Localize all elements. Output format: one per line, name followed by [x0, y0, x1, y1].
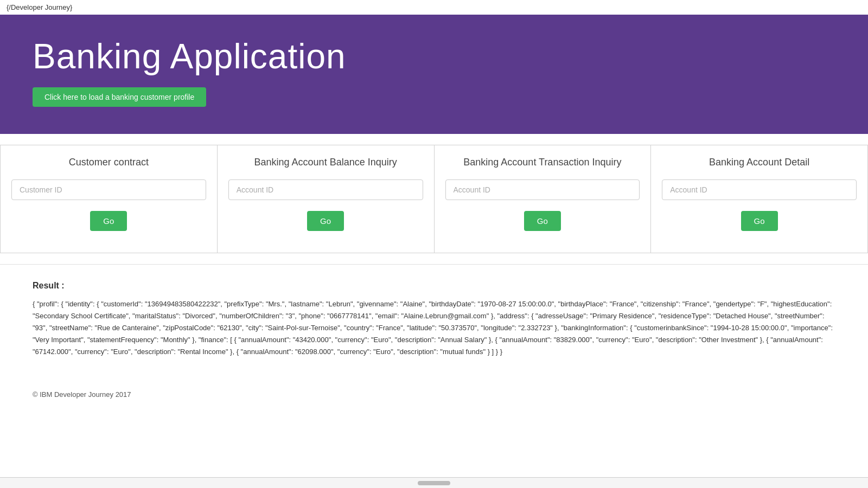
account-detail-card: Banking Account Detail Go [650, 145, 868, 253]
balance-inquiry-title: Banking Account Balance Inquiry [254, 156, 397, 169]
load-profile-button[interactable]: Click here to load a banking customer pr… [33, 87, 206, 107]
scrollbar[interactable] [0, 477, 868, 488]
copyright-text: © IBM Developer Journey 2017 [33, 390, 131, 399]
account-detail-title: Banking Account Detail [709, 156, 809, 169]
customer-id-input[interactable] [11, 179, 206, 200]
transaction-inquiry-title: Banking Account Transaction Inquiry [463, 156, 621, 169]
top-bar-label: {/Developer Journey} [7, 3, 72, 11]
result-label: Result : [33, 281, 835, 291]
transaction-inquiry-go-button[interactable]: Go [524, 211, 561, 231]
account-detail-go-button[interactable]: Go [741, 211, 778, 231]
transaction-account-id-input[interactable] [445, 179, 640, 200]
balance-inquiry-go-button[interactable]: Go [307, 211, 344, 231]
detail-account-id-input[interactable] [662, 179, 857, 200]
footer: © IBM Developer Journey 2017 [0, 374, 868, 409]
balance-account-id-input[interactable] [228, 179, 423, 200]
scrollbar-thumb[interactable] [418, 481, 450, 485]
hero-banner: Banking Application Click here to load a… [0, 15, 868, 134]
customer-contract-card: Customer contract Go [0, 145, 217, 253]
customer-contract-go-button[interactable]: Go [90, 211, 127, 231]
top-bar: {/Developer Journey} [0, 0, 868, 15]
result-section: Result : { "profil": { "identity": { "cu… [0, 265, 868, 374]
transaction-inquiry-card: Banking Account Transaction Inquiry Go [434, 145, 651, 253]
hero-title: Banking Application [33, 36, 835, 76]
cards-section: Customer contract Go Banking Account Bal… [0, 134, 868, 265]
balance-inquiry-card: Banking Account Balance Inquiry Go [217, 145, 434, 253]
result-content: { "profil": { "identity": { "customerId"… [33, 298, 835, 358]
customer-contract-title: Customer contract [69, 156, 149, 169]
